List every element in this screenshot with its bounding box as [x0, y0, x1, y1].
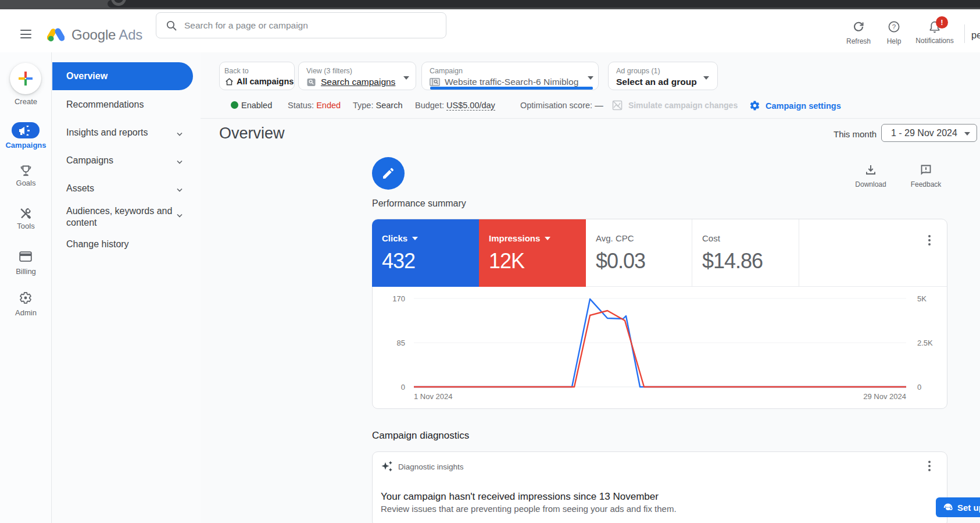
svg-text:0: 0 [401, 383, 405, 392]
svg-text:0: 0 [917, 383, 921, 392]
svg-text:2.5K: 2.5K [917, 339, 933, 347]
svg-text:1 Nov 2024: 1 Nov 2024 [414, 392, 453, 401]
svg-text:85: 85 [397, 339, 405, 347]
svg-text:?: ? [892, 23, 896, 30]
svg-text:170: 170 [392, 294, 405, 303]
svg-text:29 Nov 2024: 29 Nov 2024 [863, 392, 906, 401]
svg-text:5K: 5K [917, 294, 927, 303]
